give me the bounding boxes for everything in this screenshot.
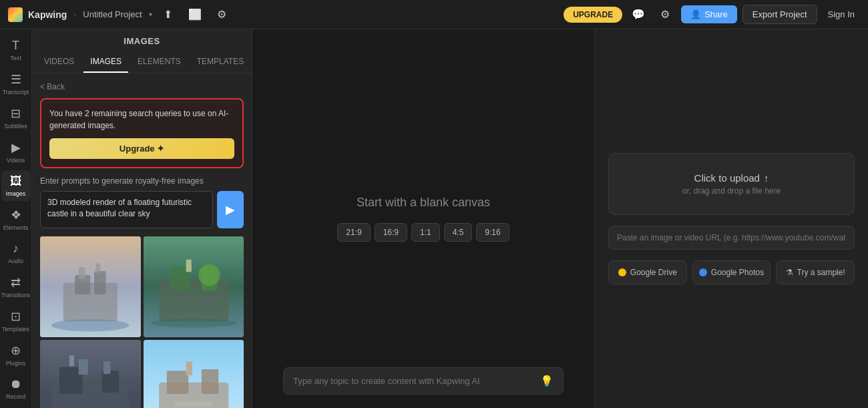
- svg-point-6: [51, 319, 129, 332]
- google-photos-button[interactable]: Google Photos: [692, 260, 771, 284]
- brand-name: Kapwing: [28, 9, 67, 20]
- svg-rect-28: [174, 401, 213, 406]
- project-dropdown-icon[interactable]: ▾: [149, 11, 152, 18]
- section-label: Enter prompts to generate royalty-free i…: [40, 176, 244, 186]
- image-cell-3[interactable]: [40, 340, 141, 409]
- upload-subtitle: or, drag and drop a file here: [622, 186, 841, 196]
- svg-rect-19: [103, 361, 110, 374]
- sample-icon: ⚗: [786, 268, 793, 277]
- upload-panel: Click to upload ↑ or, drag and drop a fi…: [594, 29, 868, 408]
- ai-prompt-bar: 💡: [283, 367, 564, 395]
- svg-rect-3: [94, 271, 105, 294]
- canvas-title: Start with a blank canvas: [357, 196, 490, 210]
- sidebar-item-audio[interactable]: ♪ Audio: [1, 238, 31, 268]
- sidebar-item-transcript[interactable]: ☰ Transcript: [1, 68, 31, 99]
- back-button[interactable]: < Back: [40, 82, 65, 91]
- sidebar-item-text[interactable]: T Text: [1, 35, 31, 65]
- comment-icon[interactable]: 💬: [628, 4, 649, 25]
- castle-svg-1: [40, 236, 141, 337]
- ratio-16-9[interactable]: 16:9: [375, 223, 407, 242]
- castle-svg-2: [144, 236, 244, 337]
- share-icon: 👤: [690, 9, 701, 19]
- gphotos-icon: [699, 268, 707, 276]
- ratio-4-5[interactable]: 4:5: [444, 223, 473, 242]
- gear-icon[interactable]: ⚙: [654, 4, 676, 25]
- tab-templates[interactable]: TEMPLATES: [190, 51, 250, 73]
- tab-images[interactable]: IMAGES: [83, 51, 128, 73]
- svg-rect-23: [166, 371, 188, 394]
- elements-icon: ❖: [11, 208, 21, 222]
- sidebar-item-plugins[interactable]: ⊕ Plugins: [1, 339, 31, 371]
- sidebar-item-transitions[interactable]: ⇄ Transitions: [1, 271, 31, 302]
- export-icon[interactable]: ⬆: [158, 4, 179, 25]
- sidebar-icons: T Text ☰ Transcript ⊟ Subtitles ▶ Videos…: [0, 29, 32, 408]
- image-cell-1[interactable]: [40, 236, 141, 337]
- image-cell-2[interactable]: [144, 236, 244, 337]
- tab-videos[interactable]: VIDEOS: [37, 51, 81, 73]
- ai-prompt-input[interactable]: [293, 376, 540, 386]
- sidebar-item-images[interactable]: 🖼 Images: [1, 170, 31, 201]
- main-layout: T Text ☰ Transcript ⊟ Subtitles ▶ Videos…: [0, 29, 868, 408]
- gdrive-icon: [618, 268, 626, 276]
- ratio-1-1[interactable]: 1:1: [411, 223, 440, 242]
- svg-rect-24: [201, 369, 218, 393]
- ratio-9-16[interactable]: 9:16: [476, 223, 509, 242]
- sidebar-item-elements[interactable]: ❖ Elements: [1, 204, 31, 235]
- panel-header: IMAGES: [32, 29, 252, 51]
- image-cell-4[interactable]: [144, 340, 244, 409]
- svg-rect-17: [102, 371, 119, 392]
- transcript-icon: ☰: [11, 72, 21, 87]
- panel-scroll-area: < Back You have 2 remaining search queri…: [32, 73, 252, 408]
- sample-label: Try a sample!: [797, 268, 845, 277]
- upgrade-button[interactable]: UPGRADE: [564, 7, 622, 23]
- svg-rect-8: [159, 279, 228, 322]
- plugins-icon: ⊕: [11, 343, 21, 358]
- try-sample-button[interactable]: ⚗ Try a sample!: [776, 260, 855, 284]
- search-input[interactable]: 3D modeled render of a floating futurist…: [40, 191, 213, 228]
- search-submit-button[interactable]: ▶: [217, 191, 244, 228]
- svg-rect-5: [95, 264, 100, 273]
- sidebar-item-subtitles[interactable]: ⊟ Subtitles: [1, 102, 31, 134]
- share-button[interactable]: 👤 Share: [681, 5, 737, 23]
- upgrade-notice-button[interactable]: Upgrade ✦: [49, 138, 234, 159]
- project-name: Untitled Project: [83, 9, 142, 19]
- panel-tabs: VIDEOS IMAGES ELEMENTS TEMPLATES: [32, 51, 252, 73]
- tab-elements[interactable]: ELEMENTS: [131, 51, 188, 73]
- panel-title: IMAGES: [43, 36, 241, 46]
- export-project-button[interactable]: Export Project: [742, 5, 817, 24]
- breadcrumb-sep: ›: [73, 10, 76, 19]
- videos-icon: ▶: [11, 140, 21, 155]
- aspect-ratio-row: 21:9 16:9 1:1 4:5 9:16: [337, 223, 509, 242]
- source-buttons: Google Drive Google Photos ⚗ Try a sampl…: [608, 260, 855, 284]
- record-icon: ⏺: [10, 377, 22, 391]
- sidebar-item-templates[interactable]: ⊡ Templates: [1, 305, 31, 337]
- sidebar-item-record[interactable]: ⏺ Record: [1, 373, 31, 404]
- settings-icon[interactable]: ⚙: [211, 4, 232, 25]
- kapwing-logo: [8, 7, 23, 22]
- left-panel: IMAGES VIDEOS IMAGES ELEMENTS TEMPLATES …: [32, 29, 252, 408]
- castle-svg-4: [144, 340, 244, 409]
- ai-prompt-icon[interactable]: 💡: [540, 375, 554, 387]
- sidebar-item-videos[interactable]: ▶ Videos: [1, 136, 31, 168]
- image-grid: [40, 236, 244, 408]
- search-row: 3D modeled render of a floating futurist…: [40, 191, 244, 228]
- svg-rect-26: [186, 361, 192, 375]
- transitions-icon: ⇄: [11, 275, 21, 290]
- topbar: Kapwing › Untitled Project ▾ ⬆ ⬜ ⚙ UPGRA…: [0, 0, 868, 29]
- images-icon: 🖼: [10, 174, 22, 188]
- upgrade-notice-text: You have 2 remaining search queries to u…: [49, 108, 234, 132]
- ratio-21-9[interactable]: 21:9: [337, 223, 370, 242]
- svg-point-13: [151, 319, 236, 328]
- monitor-icon[interactable]: ⬜: [184, 4, 206, 25]
- play-icon: ▶: [226, 202, 235, 217]
- templates-icon: ⊡: [11, 309, 21, 324]
- google-drive-button[interactable]: Google Drive: [608, 260, 687, 284]
- text-icon: T: [12, 39, 19, 53]
- url-input[interactable]: [608, 226, 855, 250]
- upload-title: Click to upload ↑: [622, 172, 841, 184]
- upload-title-text: Click to upload: [694, 172, 760, 184]
- canvas-center: Start with a blank canvas 21:9 16:9 1:1 …: [337, 196, 509, 242]
- upload-arrow-icon: ↑: [764, 172, 769, 184]
- upload-zone[interactable]: Click to upload ↑ or, drag and drop a fi…: [608, 153, 855, 215]
- signin-button[interactable]: Sign In: [823, 5, 860, 23]
